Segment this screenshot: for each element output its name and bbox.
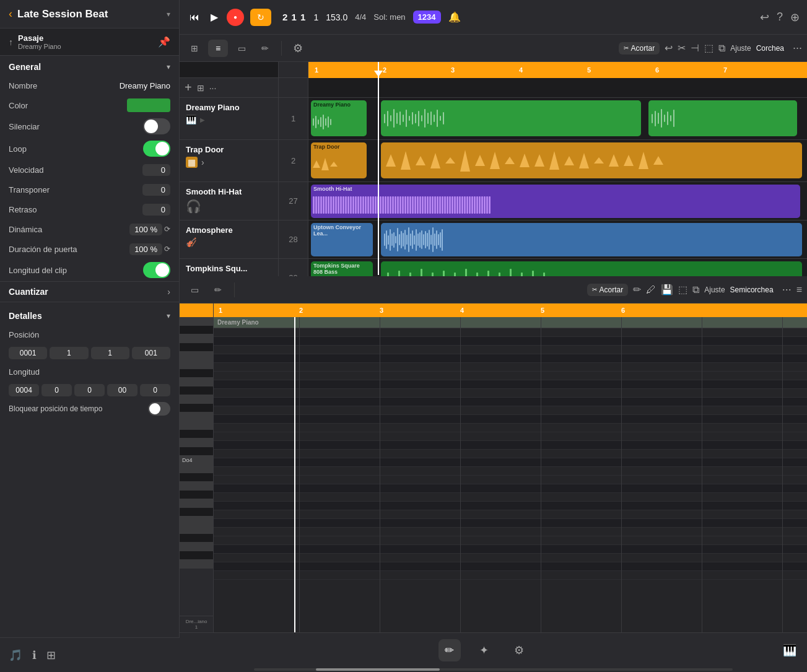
pr-ajuste-value[interactable]: Semicorchea bbox=[730, 286, 774, 294]
add-icon[interactable]: ⊕ bbox=[790, 11, 800, 24]
key-bb4[interactable] bbox=[180, 369, 213, 378]
lon-field-3[interactable]: 00 bbox=[107, 384, 137, 396]
history-icon[interactable]: ↩ bbox=[760, 11, 769, 24]
bpm-display[interactable]: 153.0 bbox=[326, 12, 347, 22]
key-badge[interactable]: 1234 bbox=[413, 11, 441, 24]
fx-bottom-btn[interactable]: ✦ bbox=[473, 639, 495, 661]
more-tracks-btn[interactable]: ··· bbox=[209, 83, 217, 93]
duracion-field[interactable]: 100 % ⟳ bbox=[129, 243, 170, 255]
rewind-button[interactable]: ⏮ bbox=[187, 9, 202, 25]
loop-toggle[interactable] bbox=[143, 141, 170, 157]
undo-icon[interactable]: ↩ bbox=[665, 42, 673, 54]
scrollbar-thumb[interactable] bbox=[316, 668, 440, 671]
track-icon-arr-1[interactable]: ▶ bbox=[200, 116, 205, 123]
dinamica-value[interactable]: 100 % bbox=[129, 224, 162, 235]
play-button[interactable]: ▶ bbox=[208, 9, 220, 25]
select-icon[interactable]: ⬚ bbox=[704, 42, 713, 54]
lon-field-0[interactable]: 0004 bbox=[9, 384, 39, 396]
clip-dreamy-1[interactable]: Dreamy Piano bbox=[311, 100, 367, 136]
eq-bottom-btn[interactable]: ⚙ bbox=[508, 639, 530, 661]
metronome-button[interactable]: 🔔 bbox=[448, 11, 461, 23]
piano-bottom-btn[interactable]: 🎹 bbox=[779, 639, 801, 661]
clip-atm-2[interactable] bbox=[381, 223, 802, 256]
duracion-stepper[interactable]: ⟳ bbox=[164, 245, 170, 253]
pos-field-2[interactable]: 1 bbox=[91, 347, 129, 359]
key-c5[interactable] bbox=[180, 352, 213, 360]
dinamica-field[interactable]: 100 % ⟳ bbox=[129, 224, 170, 235]
key-bb3[interactable] bbox=[180, 473, 213, 482]
key-d3[interactable] bbox=[180, 543, 213, 551]
key-gb4[interactable] bbox=[180, 404, 213, 412]
pr-brush-tool[interactable]: 🖊 bbox=[646, 284, 656, 295]
pr-rect-btn[interactable]: ▭ bbox=[185, 281, 204, 299]
pr-lines-btn[interactable]: ≡ bbox=[796, 284, 802, 295]
transponer-field[interactable]: 0 bbox=[142, 184, 170, 196]
piano-grid[interactable]: 1 2 3 4 5 6 Dreamy Piano bbox=[214, 303, 807, 632]
pencil-btn[interactable]: ✏ bbox=[255, 40, 275, 57]
pos-field-1[interactable]: 1 bbox=[50, 347, 88, 359]
pin-icon[interactable]: 📌 bbox=[158, 36, 170, 48]
help-icon[interactable]: ? bbox=[777, 11, 783, 24]
retraso-field[interactable]: 0 bbox=[142, 204, 170, 216]
track-icon-27[interactable]: 🎧 bbox=[186, 199, 201, 214]
clip-dreamy-2[interactable] bbox=[381, 100, 641, 136]
velocidad-field[interactable]: 0 bbox=[142, 164, 170, 176]
key-b4[interactable] bbox=[180, 360, 213, 369]
key-db3[interactable] bbox=[180, 551, 213, 560]
lon-field-4[interactable]: 0 bbox=[140, 384, 170, 396]
record-button[interactable]: ● bbox=[227, 9, 244, 26]
track-icon-2[interactable]: ▦ bbox=[186, 157, 198, 168]
pr-select-icon[interactable]: ⬚ bbox=[678, 284, 687, 295]
copy-icon[interactable]: ⧉ bbox=[718, 43, 725, 54]
key-eb3[interactable] bbox=[180, 534, 213, 543]
pos-field-3[interactable]: 001 bbox=[132, 347, 170, 359]
cut-icon[interactable]: ✂ bbox=[678, 42, 686, 54]
lon-field-2[interactable]: 0 bbox=[74, 384, 105, 396]
pasaje-up-icon[interactable]: ↑ bbox=[9, 37, 13, 47]
lon-field-1[interactable]: 0 bbox=[41, 384, 72, 396]
detalles-header[interactable]: Detalles ▾ bbox=[0, 305, 179, 325]
clip-trap-2[interactable] bbox=[381, 142, 802, 178]
pencil-bottom-btn[interactable]: ✏ bbox=[438, 639, 461, 661]
key-a3[interactable] bbox=[180, 482, 213, 491]
more-options-btn[interactable]: ··· bbox=[793, 41, 802, 55]
rect-view-btn[interactable]: ▭ bbox=[232, 40, 251, 57]
key-b3[interactable] bbox=[180, 465, 213, 473]
clip-tompkins-2[interactable] bbox=[381, 261, 802, 276]
nombre-value[interactable]: Dreamy Piano bbox=[120, 81, 170, 90]
back-button[interactable]: ‹ bbox=[9, 7, 12, 20]
dinamica-stepper[interactable]: ⟳ bbox=[164, 225, 170, 233]
pr-pencil-btn[interactable]: ✏ bbox=[208, 281, 228, 299]
acortar-btn[interactable]: ✂ Acortar bbox=[619, 42, 660, 55]
key-f4[interactable] bbox=[180, 412, 213, 421]
clip-tompkins-1[interactable]: Tompkins Square 808 Bass bbox=[311, 261, 373, 276]
key-c3[interactable] bbox=[180, 560, 213, 569]
bar-display[interactable]: 1 bbox=[313, 12, 318, 22]
key-c4[interactable]: Do4 bbox=[180, 456, 213, 465]
key-db4[interactable] bbox=[180, 447, 213, 456]
track-icon-1[interactable]: 🎹 bbox=[186, 115, 196, 124]
key-db5[interactable] bbox=[180, 343, 213, 352]
silenciar-toggle[interactable] bbox=[143, 118, 170, 134]
pr-copy-icon[interactable]: ⧉ bbox=[692, 284, 699, 295]
project-chevron[interactable]: ▾ bbox=[167, 10, 170, 19]
key-e3[interactable] bbox=[180, 525, 213, 534]
bottom-icon-0[interactable]: 🎵 bbox=[9, 648, 22, 662]
key-gb3[interactable] bbox=[180, 508, 213, 517]
key-f3[interactable] bbox=[180, 517, 213, 525]
key-g3[interactable] bbox=[180, 499, 213, 508]
add-track-btn[interactable]: + bbox=[185, 81, 192, 95]
key-e5[interactable] bbox=[180, 317, 213, 326]
clip-hihat[interactable]: Smooth Hi-Hat bbox=[311, 185, 800, 218]
ajuste-value[interactable]: Corchea bbox=[756, 44, 784, 53]
general-section-header[interactable]: General ▾ bbox=[0, 56, 179, 76]
pr-save-icon[interactable]: 💾 bbox=[661, 284, 673, 295]
track-icon-28[interactable]: 🎻 bbox=[186, 237, 196, 247]
longitud-toggle[interactable] bbox=[143, 262, 170, 278]
position-display[interactable]: 2 1 1 bbox=[282, 12, 306, 22]
list-view-btn[interactable]: ≡ bbox=[208, 40, 228, 57]
split-icon[interactable]: ⊣ bbox=[691, 42, 699, 54]
loop-button[interactable]: ↻ bbox=[250, 9, 271, 26]
key-eb5[interactable] bbox=[180, 326, 213, 334]
clip-trap-1[interactable]: Trap Door bbox=[311, 142, 367, 178]
